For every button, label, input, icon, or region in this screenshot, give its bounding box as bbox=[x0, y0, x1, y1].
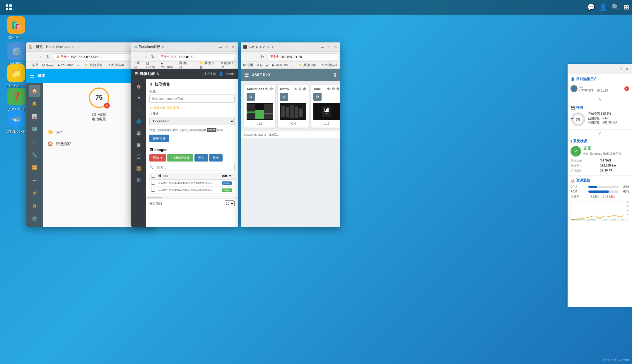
ha-other-bookmarks[interactable]: 📁 其他书签 bbox=[85, 63, 103, 67]
ha-nav-settings[interactable]: ⚙️ bbox=[29, 213, 40, 224]
awtrix-close-btn[interactable]: ✕ bbox=[333, 44, 338, 50]
taskbar-search-icon[interactable]: 🔍 bbox=[611, 4, 619, 11]
ha-nav-notify[interactable]: 🔔 bbox=[29, 98, 40, 110]
ha-reading-list[interactable]: ≡ 阅读清单 bbox=[108, 63, 124, 67]
portainer-youtube-bookmark[interactable]: ▶ YouTube bbox=[161, 61, 175, 69]
portainer-row1-check[interactable] bbox=[151, 188, 155, 192]
awtrix-matrix-gear-btn[interactable]: ⚙ bbox=[280, 93, 288, 101]
portainer-scrollbar[interactable] bbox=[146, 196, 238, 198]
portainer-select-all[interactable] bbox=[151, 174, 155, 178]
awtrix-forward-btn[interactable]: → bbox=[251, 53, 258, 60]
awtrix-youtube-bookmark[interactable]: ▶ YouTube bbox=[272, 63, 288, 67]
awtrix-matrix-eye-icon[interactable]: 👁 bbox=[294, 87, 297, 91]
ha-nav-lock[interactable]: 🔒 bbox=[29, 200, 40, 212]
awtrix-time-delete-icon[interactable]: 🗑 bbox=[336, 87, 340, 91]
portainer-sidebar-cube[interactable]: ⬛ bbox=[133, 104, 144, 115]
ha-nav-config[interactable]: 🔧 bbox=[29, 149, 40, 161]
desktop-icon-file-station[interactable]: 📁 File Station bbox=[3, 64, 29, 89]
portainer-sidebar-settings[interactable]: ⚙️ bbox=[133, 175, 144, 185]
awtrix-minimize-btn[interactable]: — bbox=[320, 44, 325, 50]
portainer-newtab-btn[interactable]: + bbox=[167, 44, 169, 50]
desktop-icon-docker[interactable]: 🐳 虚拟Docker bbox=[3, 110, 29, 134]
portainer-maximize-btn[interactable]: □ bbox=[224, 44, 229, 50]
ha-addressbar[interactable]: 🔒 不安全 192.168.2.■:8123/lo... bbox=[53, 53, 142, 60]
awtrix-gmail-bookmark[interactable]: M Gmail bbox=[257, 63, 269, 67]
awtrix-more-bookmarks[interactable]: » bbox=[291, 63, 293, 67]
portainer-import-btn[interactable]: 导入 bbox=[194, 154, 208, 162]
awtrix-tab-close[interactable]: ✕ bbox=[267, 45, 269, 49]
portainer-sidebar-host[interactable]: 🖥️ bbox=[133, 151, 144, 162]
ha-nav-power[interactable]: ⚡ bbox=[29, 187, 40, 199]
portainer-scroll-thumb[interactable] bbox=[147, 197, 162, 198]
portainer-other-bookmarks[interactable]: 📁 其他书签 bbox=[199, 61, 216, 70]
desktop-icon-dsm-manual[interactable]: ❓ DSM 说明 bbox=[3, 88, 29, 112]
side-panel-maximize-btn[interactable]: □ bbox=[619, 67, 623, 71]
awtrix-animations-eye-icon[interactable]: 👁 bbox=[265, 87, 269, 91]
portainer-back-btn[interactable]: ← bbox=[133, 53, 140, 60]
portainer-sidebar-images[interactable]: 🖼️ bbox=[133, 163, 144, 174]
ha-gmail-bookmark[interactable]: M Gmail bbox=[42, 63, 54, 67]
portainer-sidebar-network[interactable]: 🌐 bbox=[133, 116, 144, 127]
desktop-icon-package-center[interactable]: 🛍️ 套件中心 bbox=[3, 16, 29, 40]
portainer-export-btn[interactable]: 导出 bbox=[209, 154, 223, 162]
portainer-refresh-btn[interactable]: ↻ bbox=[149, 53, 156, 60]
portainer-row0-check[interactable] bbox=[151, 181, 155, 185]
ha-more-bookmarks[interactable]: » bbox=[77, 63, 79, 67]
awtrix-hamburger-icon[interactable]: ☰ bbox=[244, 72, 249, 78]
awtrix-maximize-btn[interactable]: □ bbox=[326, 44, 332, 50]
portainer-tab-close[interactable]: ✕ bbox=[162, 45, 164, 49]
taskbar-grid-button[interactable] bbox=[3, 1, 15, 13]
portainer-gmail-bookmark[interactable]: M Gmail bbox=[146, 62, 158, 69]
portainer-sidebar-flag[interactable]: ⚑ bbox=[133, 93, 144, 103]
ha-youtube-bookmark[interactable]: ▶ YouTube bbox=[58, 63, 74, 67]
awtrix-refresh-btn[interactable]: ↻ bbox=[259, 53, 266, 60]
side-panel-expand-btn[interactable]: ∧ bbox=[568, 96, 632, 103]
portainer-sidebar-volume[interactable]: 💾 bbox=[133, 128, 144, 138]
portainer-delete-btn[interactable]: 删除 ▾ bbox=[149, 154, 166, 162]
awtrix-reading-list[interactable]: ≡ 阅读清单 bbox=[322, 63, 337, 67]
portainer-col-tags[interactable]: 标签 ▼ bbox=[220, 173, 235, 180]
taskbar-chat-icon[interactable]: 💬 bbox=[587, 4, 595, 11]
awtrix-other-bookmarks[interactable]: 📁 其他书签 bbox=[298, 63, 316, 67]
ha-back-btn[interactable]: ← bbox=[28, 53, 35, 60]
desktop-icon-control-panel[interactable]: ⚙️ 控制面板 bbox=[3, 42, 29, 67]
awtrix-animations-gear-btn[interactable]: ⚙ bbox=[247, 93, 255, 101]
awtrix-addressbar[interactable]: 不安全 192.168.2.■:70... bbox=[267, 53, 339, 60]
ha-nav-media[interactable]: 🎵 bbox=[29, 136, 40, 148]
ha-nav-home[interactable]: 🏠 bbox=[29, 85, 40, 97]
portainer-forward-btn[interactable]: → bbox=[141, 53, 148, 60]
portainer-close-btn[interactable]: ✕ bbox=[230, 44, 236, 50]
taskbar-user-icon[interactable]: 👤 bbox=[599, 4, 607, 11]
portainer-apps-bookmark[interactable]: ⊞ 应用 bbox=[134, 61, 143, 70]
ha-nav-history[interactable]: 📊 bbox=[29, 111, 40, 122]
awtrix-matrix-settings-icon[interactable]: ⚙ bbox=[298, 87, 302, 91]
ha-menu-icon[interactable]: ☰ bbox=[30, 73, 35, 79]
portainer-sidebar-home[interactable]: 🏠 bbox=[133, 81, 144, 92]
ha-nav-back[interactable]: ↩ bbox=[29, 174, 40, 186]
side-panel-storage-expand-btn[interactable]: ∨ bbox=[568, 130, 632, 136]
portainer-translate-bookmark[interactable]: 翻 翻译 bbox=[179, 61, 189, 70]
awtrix-time-eye-icon[interactable]: 👁 bbox=[327, 87, 331, 91]
awtrix-time-settings-icon[interactable]: ⚙ bbox=[332, 87, 335, 91]
awtrix-back-btn[interactable]: ← bbox=[242, 53, 250, 60]
portainer-sidebar-events[interactable]: 📋 bbox=[133, 140, 144, 150]
portainer-more-bookmarks[interactable]: » bbox=[192, 63, 194, 67]
ha-nav-map[interactable]: 🗺️ bbox=[29, 123, 40, 135]
portainer-minimize-btn[interactable]: — bbox=[218, 44, 223, 50]
awtrix-time-gear-btn[interactable]: ⚙ bbox=[313, 93, 322, 101]
portainer-tech-support[interactable]: 技术支持 bbox=[203, 72, 216, 76]
ha-forward-btn[interactable]: → bbox=[36, 53, 43, 60]
side-panel-close-btn[interactable]: ✕ bbox=[624, 67, 629, 71]
portainer-refresh-icon[interactable]: ↻ bbox=[157, 72, 160, 76]
ha-apps-bookmark[interactable]: ⊞ 应用 bbox=[29, 63, 39, 67]
taskbar-grid2-icon[interactable]: ⊞ bbox=[624, 4, 629, 11]
ha-refresh-btn[interactable]: ↻ bbox=[45, 53, 52, 60]
portainer-page-size-select[interactable]: 10 25 50 bbox=[225, 200, 235, 206]
awtrix-apps-bookmark[interactable]: ⊞ 应用 bbox=[243, 63, 253, 67]
portainer-pull-btn[interactable]: 拉取镜像 bbox=[149, 135, 169, 142]
portainer-create-btn[interactable]: + 创建新镜像 bbox=[167, 154, 193, 162]
portainer-registry-select[interactable]: DockerHub bbox=[149, 117, 235, 125]
awtrix-matrix-delete-icon[interactable]: 🗑 bbox=[303, 87, 306, 91]
portainer-image-input[interactable] bbox=[149, 95, 235, 103]
side-panel-disconnect-btn[interactable]: ✕ bbox=[624, 86, 629, 91]
